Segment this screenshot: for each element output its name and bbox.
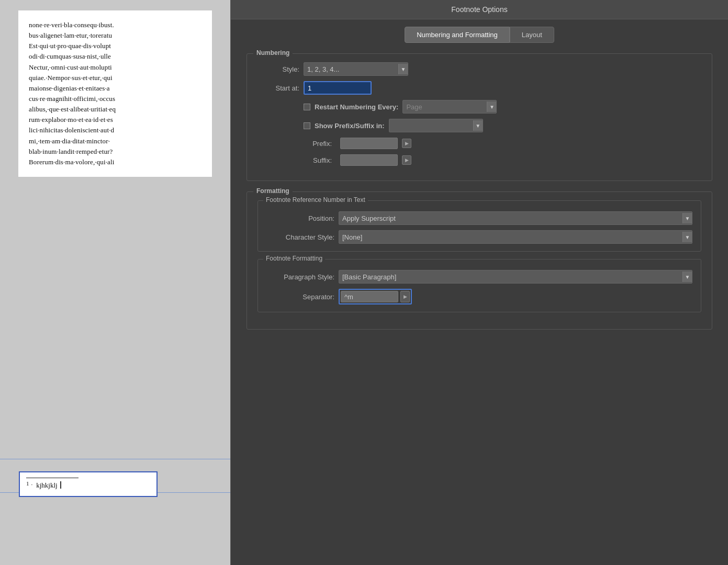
suffix-row: Suffix: ▶	[257, 154, 701, 166]
numbering-section: Numbering Style: 1, 2, 3, 4... ▼ Start a…	[247, 53, 712, 181]
show-prefix-dropdown[interactable]: ▼	[389, 119, 483, 132]
para-style-row: Paragraph Style: [Basic Paragraph] ▼	[266, 270, 692, 284]
show-prefix-dropdown-arrow: ▼	[473, 120, 483, 131]
restart-every-dropdown[interactable]: Page ▼	[402, 100, 497, 114]
restart-dropdown-arrow: ▼	[487, 101, 496, 112]
guide-line-top	[0, 459, 230, 459]
prefix-label: Prefix:	[273, 140, 336, 148]
numbering-section-title: Numbering	[253, 49, 293, 56]
footnote-body-text: kjhkjklj	[36, 481, 57, 490]
start-at-row: Start at:	[257, 81, 701, 95]
char-style-label: Character Style:	[266, 233, 334, 241]
ref-subsection-title: Footnote Reference Number in Text	[263, 196, 368, 204]
dialog-body: Numbering Style: 1, 2, 3, 4... ▼ Start a…	[231, 43, 728, 565]
show-prefix-row: Show Prefix/Suffix in: ▼	[257, 119, 701, 132]
position-dropdown-arrow: ▼	[682, 213, 692, 223]
position-value: Apply Superscript	[342, 214, 682, 222]
position-dropdown[interactable]: Apply Superscript ▼	[339, 211, 692, 225]
footnote-box: 1 · kjhkjklj	[19, 471, 158, 497]
suffix-arrow-btn[interactable]: ▶	[402, 155, 411, 165]
suffix-input[interactable]	[340, 154, 398, 166]
para-style-dropdown[interactable]: [Basic Paragraph] ▼	[339, 270, 692, 284]
document-area: none·re·veri·bla·consequ·ibust. bus·alig…	[0, 0, 230, 565]
style-dropdown[interactable]: 1, 2, 3, 4... ▼	[304, 62, 408, 76]
para-style-value: [Basic Paragraph]	[342, 273, 682, 281]
para-style-dropdown-arrow: ▼	[682, 272, 692, 282]
para-style-label: Paragraph Style:	[266, 273, 334, 281]
tab-numbering-label: Numbering and Formatting	[417, 31, 498, 39]
position-label: Position:	[266, 214, 334, 222]
style-label: Style:	[257, 65, 299, 73]
separator-row: Separator: ▶	[266, 289, 692, 304]
document-page: none·re·veri·bla·consequ·ibust. bus·alig…	[18, 10, 212, 177]
start-at-input[interactable]	[304, 81, 372, 95]
footnote-rule	[26, 478, 79, 478]
suffix-label: Suffix:	[273, 156, 336, 164]
footnote-ref-subsection: Footnote Reference Number in Text Positi…	[257, 200, 701, 252]
position-row: Position: Apply Superscript ▼	[266, 211, 692, 225]
doc-text: none·re·veri·bla·consequ·ibust. bus·alig…	[29, 20, 201, 167]
restart-numbering-row: Restart Numbering Every: Page ▼	[257, 100, 701, 114]
show-prefix-label: Show Prefix/Suffix in:	[315, 122, 385, 130]
dialog-title: Footnote Options	[231, 0, 728, 19]
style-row: Style: 1, 2, 3, 4... ▼	[257, 62, 701, 76]
tab-layout-label: Layout	[522, 31, 542, 39]
char-style-dropdown-arrow: ▼	[682, 232, 692, 242]
prefix-input[interactable]	[340, 138, 398, 149]
footnote-formatting-subsection: Footnote Formatting Paragraph Style: [Ba…	[257, 259, 701, 312]
formatting-section-title: Formatting	[253, 187, 293, 195]
separator-label: Separator:	[266, 293, 334, 301]
footnote-marker: ·	[31, 481, 33, 488]
separator-input[interactable]	[341, 291, 398, 302]
restart-numbering-checkbox[interactable]	[304, 104, 310, 110]
char-style-row: Character Style: [None] ▼	[266, 230, 692, 244]
prefix-arrow-btn[interactable]: ▶	[402, 139, 411, 148]
tab-layout[interactable]: Layout	[510, 27, 554, 43]
footnote-content: 1 · kjhkjklj	[26, 481, 150, 490]
show-prefix-checkbox[interactable]	[304, 122, 310, 129]
footnote-options-dialog: Footnote Options Numbering and Formattin…	[230, 0, 728, 565]
style-dropdown-arrow: ▼	[398, 64, 408, 74]
footnote-number: 1	[26, 480, 29, 487]
restart-numbering-label: Restart Numbering Every:	[315, 103, 398, 111]
separator-container: ▶	[339, 289, 412, 304]
char-style-dropdown[interactable]: [None] ▼	[339, 230, 692, 244]
text-cursor	[60, 481, 61, 489]
start-at-label: Start at:	[257, 84, 299, 92]
char-style-value: [None]	[342, 233, 682, 241]
separator-arrow-btn[interactable]: ▶	[400, 291, 410, 302]
dialog-title-text: Footnote Options	[451, 5, 507, 14]
footnote-formatting-title: Footnote Formatting	[263, 255, 325, 262]
restart-every-value: Page	[406, 103, 487, 111]
formatting-section: Formatting Footnote Reference Number in …	[247, 191, 712, 330]
style-dropdown-value: 1, 2, 3, 4...	[307, 65, 398, 73]
tab-bar: Numbering and Formatting Layout	[231, 19, 728, 43]
tab-numbering-formatting[interactable]: Numbering and Formatting	[405, 27, 510, 43]
prefix-row: Prefix: ▶	[257, 138, 701, 149]
